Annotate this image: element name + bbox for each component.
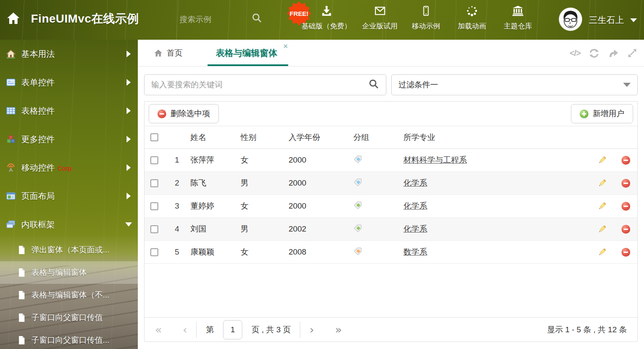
button-label: 删除选中项 [170, 108, 210, 119]
delete-button[interactable] [614, 248, 637, 257]
table-icon [6, 106, 16, 116]
cell-gender: 男 [234, 224, 282, 234]
delete-button[interactable] [614, 225, 637, 234]
main-content: 首页 表格与编辑窗体 ✕ </> [138, 40, 644, 349]
sidebar-subitem-label: 弹出窗体（本页面或... [31, 245, 109, 255]
delete-button[interactable] [614, 202, 637, 211]
filter-dropdown[interactable]: 过滤条件一 [391, 74, 638, 95]
tab-home[interactable]: 首页 [150, 40, 186, 66]
major-link[interactable]: 化学系 [403, 178, 427, 187]
home-icon[interactable] [6, 12, 20, 27]
sidebar-subitem-label: 表格与编辑窗体（不... [31, 290, 109, 301]
first-page-button[interactable]: « [155, 324, 162, 335]
file-icon [18, 336, 26, 345]
sidebar-item-basic-usage[interactable]: 基本用法 [0, 40, 138, 68]
sidebar-item-grid-controls[interactable]: 表格控件 [0, 97, 138, 125]
nav-item-basic-edition[interactable]: 基础版（免费） [302, 5, 351, 31]
row-checkbox[interactable] [150, 179, 158, 187]
cell-year: 2000 [282, 155, 347, 165]
nav-item-loading-animation[interactable]: 加载动画 [454, 5, 489, 31]
row-checkbox[interactable] [150, 202, 158, 210]
nav-item-enterprise-trial[interactable]: 企业版试用 [362, 5, 398, 31]
minus-circle-icon [621, 202, 630, 211]
tab-grid-edit-window[interactable]: 表格与编辑窗体 ✕ [208, 40, 288, 66]
row-checkbox[interactable] [150, 225, 158, 233]
sidebar-item-page-layout[interactable]: 页面布局 [0, 182, 138, 210]
user-menu[interactable]: 三生石上 [558, 7, 637, 33]
cell-year: 2002 [282, 224, 347, 234]
home-icon [154, 49, 163, 57]
delete-button[interactable] [614, 179, 637, 188]
button-label: 新增用户 [593, 108, 624, 119]
minus-circle-icon [621, 248, 630, 257]
nav-label: 主题仓库 [504, 21, 532, 31]
sidebar-subitem-grid-edit-window-2[interactable]: 表格与编辑窗体（不... [0, 284, 138, 306]
tab-toolbar: </> [570, 40, 638, 66]
open-new-window-icon[interactable] [608, 48, 619, 59]
last-page-button[interactable]: » [335, 324, 342, 335]
edit-button[interactable] [591, 247, 614, 257]
divider [300, 322, 300, 338]
antenna-icon [6, 163, 16, 173]
sidebar-item-inline-frames[interactable]: 内联框架 [0, 210, 138, 239]
prev-page-button[interactable]: ‹ [183, 324, 188, 335]
sidebar-subitem-child-to-parent[interactable]: 子窗口向父窗口传值 [0, 306, 138, 329]
minus-circle-icon [157, 110, 166, 118]
major-link[interactable]: 化学系 [403, 201, 427, 210]
page-suffix: 页 , 共 3 页 [251, 324, 291, 335]
view-source-icon[interactable]: </> [570, 48, 581, 58]
next-page-button[interactable]: › [309, 324, 314, 335]
row-checkbox[interactable] [150, 248, 158, 256]
header-search-input[interactable] [180, 13, 246, 27]
keyword-search-input[interactable] [145, 80, 368, 89]
add-user-button[interactable]: 新增用户 [571, 104, 633, 123]
corp-badge: Corp. [58, 165, 73, 172]
mobile-icon [421, 5, 431, 18]
row-checkbox[interactable] [150, 156, 158, 164]
close-icon[interactable]: ✕ [283, 43, 288, 50]
edit-button[interactable] [591, 224, 614, 234]
chevron-down-icon [125, 222, 132, 227]
nav-item-mobile-demo[interactable]: 移动示例 [408, 5, 444, 31]
header-search-icon[interactable] [251, 13, 262, 25]
page-number-input[interactable] [223, 320, 242, 339]
table-header-row: 姓名 性别 入学年份 分组 所学专业 [145, 126, 637, 149]
delete-selected-button[interactable]: 删除选中项 [149, 104, 219, 123]
sidebar-item-label: 移动控件 [21, 162, 55, 173]
edit-button[interactable] [591, 201, 614, 211]
username: 三生石上 [589, 14, 624, 26]
cell-gender: 女 [234, 247, 282, 257]
tag-icon [347, 201, 363, 210]
sidebar-item-form-controls[interactable]: 表单控件 [0, 68, 138, 97]
refresh-icon[interactable] [588, 48, 600, 59]
major-link[interactable]: 化学系 [403, 224, 427, 233]
sidebar-subitem-popup-window[interactable]: 弹出窗体（本页面或... [0, 239, 138, 261]
expand-icon[interactable] [627, 48, 638, 59]
select-all-checkbox[interactable] [150, 133, 158, 141]
nav-item-theme-repo[interactable]: 主题仓库 [500, 5, 535, 31]
delete-button[interactable] [614, 156, 637, 165]
nav-label: 移动示例 [412, 21, 440, 31]
edit-button[interactable] [591, 155, 614, 165]
pencil-icon [598, 155, 607, 165]
cell-year: 2000 [282, 201, 347, 211]
sidebar-item-more-controls[interactable]: 更多控件 [0, 125, 138, 153]
sidebar-subitem-label: 表格与编辑窗体 [31, 267, 87, 278]
major-link[interactable]: 数学系 [403, 247, 427, 256]
edit-button[interactable] [591, 178, 614, 188]
search-icon[interactable] [368, 79, 379, 91]
sidebar-subitem-grid-edit-window[interactable]: 表格与编辑窗体 [0, 261, 138, 284]
tab-label: 表格与编辑窗体 [216, 47, 277, 59]
major-link[interactable]: 材料科学与工程系 [403, 155, 467, 164]
chevron-right-icon [127, 79, 131, 86]
row-number: 5 [163, 247, 184, 257]
sidebar-subitem-child-to-parent-2[interactable]: 子窗口向父窗口传值... [0, 329, 138, 349]
column-header-year: 入学年份 [282, 132, 347, 143]
chevron-right-icon [127, 193, 131, 199]
sidebar-subitem-label: 子窗口向父窗口传值... [31, 335, 109, 346]
sidebar-item-label: 页面布局 [21, 191, 55, 202]
table-row: 3 董婷婷 女 2000 化学系 [145, 195, 637, 218]
grid-empty-space [145, 264, 637, 317]
avatar [558, 7, 583, 33]
sidebar-item-mobile-controls[interactable]: 移动控件 Corp. [0, 153, 138, 182]
